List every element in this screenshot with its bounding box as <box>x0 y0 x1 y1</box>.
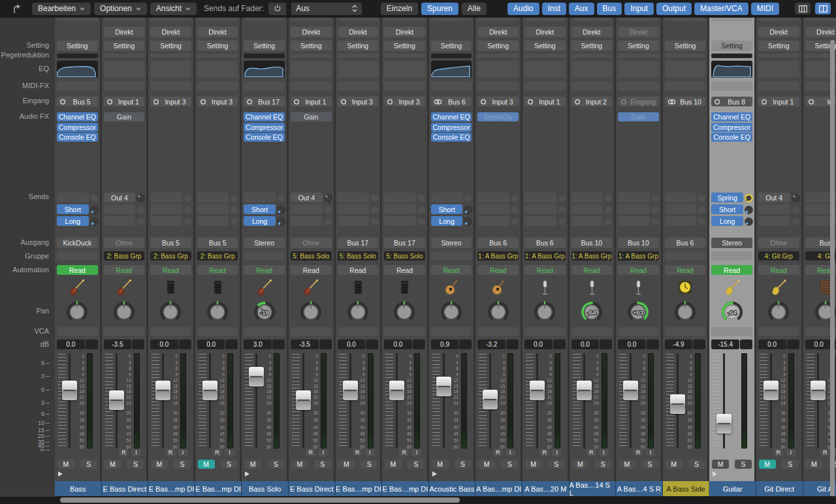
send-slot-empty[interactable] <box>150 204 182 214</box>
direct-monitor-button[interactable]: Direkt <box>805 27 836 37</box>
group-slot[interactable]: 1: A Bass Grp <box>571 251 613 260</box>
direct-monitor-button[interactable]: Direkt <box>571 27 613 37</box>
send-knob[interactable] <box>277 217 285 225</box>
group-slot[interactable] <box>711 251 752 260</box>
filter-output[interactable]: Output <box>656 3 692 15</box>
output-selector[interactable]: Bus 10 <box>571 238 613 248</box>
output-selector[interactable]: Bus 5 <box>150 238 191 248</box>
setting-button[interactable]: Setting <box>384 40 425 51</box>
narrow-view-button[interactable] <box>795 3 811 14</box>
pan-knob[interactable]: -64 <box>719 298 745 327</box>
pan-knob[interactable] <box>438 298 464 327</box>
setting-button[interactable]: Setting <box>524 40 566 51</box>
group-slot[interactable] <box>244 251 285 260</box>
track-name[interactable]: A Bas…4 S R <box>616 481 663 496</box>
output-selector[interactable]: Bus 17 <box>384 238 425 248</box>
track-name[interactable]: A Bas…20 M <box>522 481 570 496</box>
send-slot-empty[interactable] <box>618 216 650 226</box>
automation-mode-button[interactable]: Read <box>150 265 191 275</box>
output-selector[interactable]: Ohne <box>104 238 145 248</box>
channel-icon-mic[interactable] <box>536 279 553 298</box>
send-slot-empty[interactable] <box>57 193 89 202</box>
vca-slot[interactable] <box>104 327 145 336</box>
send-knob[interactable] <box>745 193 753 202</box>
send-slot-empty[interactable] <box>477 216 509 226</box>
output-selector[interactable]: Stereo <box>711 238 752 248</box>
send-slot-short[interactable]: Short <box>711 204 743 214</box>
output-selector[interactable]: Bus 6 <box>665 238 706 248</box>
setting-button[interactable]: Setting <box>711 40 752 51</box>
channel-icon-amp[interactable] <box>209 279 226 298</box>
group-slot[interactable] <box>57 251 98 260</box>
solo-button[interactable]: S <box>221 460 238 469</box>
menu-bearbeiten[interactable]: Bearbeiten <box>32 3 91 15</box>
send-slot-out 4[interactable]: Out 4 <box>291 193 323 202</box>
send-slot-long[interactable]: Long <box>431 216 463 226</box>
mute-button[interactable]: M <box>805 460 822 469</box>
fader-cap[interactable] <box>343 381 358 400</box>
channel-icon-bass[interactable] <box>256 279 273 298</box>
input-selector[interactable]: Input 3 <box>197 97 238 106</box>
automation-mode-button[interactable]: Read <box>618 265 659 275</box>
record-enable-button[interactable]: R <box>587 449 596 456</box>
vca-slot[interactable] <box>431 327 472 336</box>
send-slot-empty[interactable] <box>477 204 509 214</box>
automation-mode-button[interactable]: Read <box>197 265 238 275</box>
send-knob[interactable] <box>792 193 800 202</box>
send-slot-short[interactable]: Short <box>431 204 463 214</box>
send-slot-empty[interactable] <box>758 216 790 226</box>
track-name[interactable]: E Bass Direct <box>289 481 336 496</box>
back-navigation-button[interactable] <box>5 3 27 15</box>
automation-mode-button[interactable]: Read <box>57 265 98 275</box>
group-slot[interactable]: 1: A Bass Grp <box>618 251 659 260</box>
segment-einzeln[interactable]: Einzeln <box>381 3 418 15</box>
mute-button[interactable]: M <box>432 460 449 469</box>
fader-cap[interactable] <box>623 381 638 400</box>
input-selector[interactable]: Bus 8 <box>711 97 752 106</box>
setting-button[interactable]: Setting <box>758 40 799 51</box>
stack-fold-arrow[interactable] <box>432 471 437 477</box>
stack-fold-arrow[interactable] <box>713 471 717 477</box>
solo-button[interactable]: S <box>80 460 97 469</box>
audio-fx-slot-compressor[interactable]: Compressor <box>57 123 98 132</box>
send-slot-empty[interactable] <box>338 193 370 202</box>
send-slot-empty[interactable] <box>618 204 650 214</box>
input-monitor-button[interactable]: I <box>131 449 141 456</box>
send-slot-empty[interactable] <box>665 216 697 226</box>
db-value[interactable]: 0.0 <box>57 339 85 349</box>
vca-slot[interactable] <box>244 327 285 336</box>
track-name[interactable]: Bass Solo <box>242 481 289 496</box>
send-slot-empty[interactable] <box>758 204 790 214</box>
output-selector[interactable]: Stereo <box>431 238 472 248</box>
audio-fx-slot-channeleq[interactable]: Channel EQ <box>57 112 98 121</box>
solo-button[interactable]: S <box>267 460 284 469</box>
direct-monitor-button[interactable]: Direkt <box>758 27 799 37</box>
direct-monitor-button[interactable]: Direkt <box>477 27 519 37</box>
automation-mode-button[interactable]: Read <box>477 265 519 275</box>
send-slot-empty[interactable] <box>150 193 182 202</box>
mute-button[interactable]: M <box>385 460 402 469</box>
input-selector[interactable]: Bus 17 <box>244 97 285 106</box>
send-slot-empty[interactable] <box>338 216 370 226</box>
eq-thumbnail[interactable] <box>431 61 472 78</box>
vertical-scrollbar[interactable] <box>830 39 835 504</box>
direct-monitor-button[interactable]: Direkt <box>384 27 425 37</box>
channel-icon-bass[interactable] <box>116 279 133 298</box>
solo-button[interactable]: S <box>735 460 752 469</box>
solo-button[interactable]: S <box>594 460 611 469</box>
audio-fx-slot-compressor[interactable]: Compressor <box>244 123 285 132</box>
channel-icon-amp[interactable] <box>396 279 413 298</box>
input-monitor-button[interactable]: I <box>225 449 234 456</box>
send-slot-empty[interactable] <box>104 204 136 214</box>
input-selector[interactable]: Input 1 <box>104 97 145 106</box>
track-name[interactable]: A Bas…mp DI <box>475 481 522 496</box>
input-selector[interactable]: Input 2 <box>571 97 613 106</box>
pan-knob[interactable] <box>672 298 698 327</box>
mute-button[interactable]: M <box>571 460 588 469</box>
channel-icon-clock[interactable] <box>677 279 694 298</box>
filter-mastervca[interactable]: Master/VCA <box>694 3 748 15</box>
wide-view-button[interactable] <box>815 3 831 14</box>
send-slot-long[interactable]: Long <box>244 216 276 226</box>
audio-fx-slot-consoleeq[interactable]: Console EQ <box>57 133 98 142</box>
filter-aux[interactable]: Aux <box>569 3 594 15</box>
